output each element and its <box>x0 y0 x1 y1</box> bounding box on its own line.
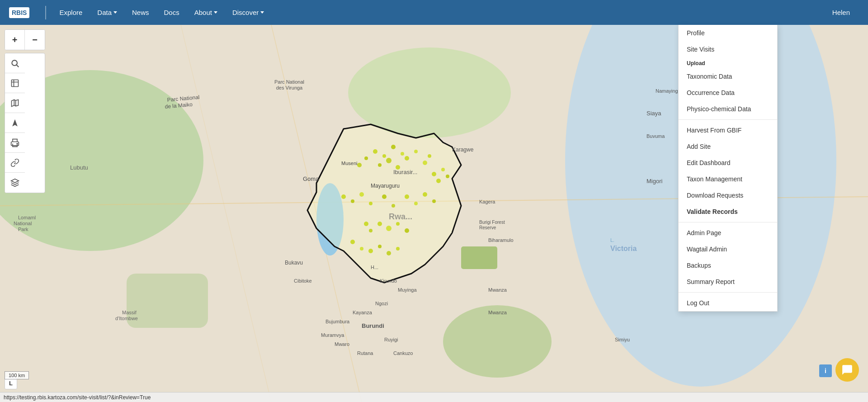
svg-point-46 <box>441 168 445 171</box>
info-button[interactable]: i <box>819 364 832 377</box>
svg-text:Cibitoke: Cibitoke <box>294 278 312 284</box>
menu-taxon-management[interactable]: Taxon Management <box>679 171 777 187</box>
svg-point-20 <box>357 163 362 167</box>
svg-text:Namayingo: Namayingo <box>656 88 681 94</box>
svg-point-32 <box>432 199 436 203</box>
svg-text:Goma: Goma <box>303 175 319 182</box>
svg-text:Bukavu: Bukavu <box>285 260 303 266</box>
svg-point-41 <box>368 249 373 253</box>
svg-point-21 <box>428 154 431 158</box>
svg-point-15 <box>378 163 382 167</box>
svg-point-24 <box>351 199 354 203</box>
svg-text:Kirundo: Kirundo <box>380 278 397 284</box>
svg-point-22 <box>423 161 427 165</box>
svg-text:Karagwe: Karagwe <box>452 147 474 153</box>
svg-text:Lubutu: Lubutu <box>70 164 88 171</box>
menu-admin-page[interactable]: Admin Page <box>679 225 777 241</box>
svg-text:Parc National: Parc National <box>274 79 304 85</box>
divider-1 <box>679 119 777 120</box>
nav-explore[interactable]: Explore <box>53 5 89 20</box>
svg-text:Mwanza: Mwanza <box>488 287 507 293</box>
menu-download-requests[interactable]: Download Requests <box>679 187 777 203</box>
search-tool-button[interactable] <box>5 53 25 73</box>
chat-icon <box>841 364 853 376</box>
user-dropdown: Profile Site Visits Upload Taxonomic Dat… <box>678 25 778 312</box>
svg-text:Victoria: Victoria <box>610 245 637 252</box>
svg-point-10 <box>373 149 377 154</box>
menu-occurrence-data[interactable]: Occurrence Data <box>679 85 777 101</box>
svg-text:Rwa...: Rwa... <box>389 212 412 221</box>
zoom-in-button[interactable]: + <box>5 30 25 50</box>
svg-text:Kagera: Kagera <box>479 199 495 204</box>
frame-tool-button[interactable] <box>5 73 25 93</box>
svg-point-19 <box>364 156 368 160</box>
svg-text:Park: Park <box>18 227 28 232</box>
map-view-button[interactable] <box>5 93 25 113</box>
nav-data[interactable]: Data <box>91 5 123 20</box>
svg-text:Burigi Forest: Burigi Forest <box>479 220 505 225</box>
svg-point-4 <box>443 305 552 378</box>
scale-bar: 100 km <box>5 371 29 379</box>
svg-text:Muramvya: Muramvya <box>321 332 344 338</box>
svg-point-44 <box>396 247 400 251</box>
svg-text:Biharamulo: Biharamulo <box>488 237 514 243</box>
svg-point-23 <box>341 194 346 199</box>
svg-text:National: National <box>14 221 32 226</box>
menu-edit-dashboard[interactable]: Edit Dashboard <box>679 155 777 171</box>
menu-profile[interactable]: Profile <box>679 25 777 41</box>
svg-point-28 <box>392 204 395 208</box>
svg-rect-5 <box>127 274 208 328</box>
svg-point-33 <box>377 222 382 226</box>
nav-right: Helen <box>826 5 859 20</box>
brand-logo[interactable]: RBIS <box>9 7 29 18</box>
url-bar: https://testing.rbis.kartoza.com/site-vi… <box>0 392 868 402</box>
user-menu[interactable]: Helen <box>826 5 859 20</box>
menu-harvest-gbif[interactable]: Harvest From GBIF <box>679 122 777 138</box>
svg-text:Museni: Museni <box>341 161 357 166</box>
nav-about[interactable]: About <box>188 5 224 20</box>
nav-discover[interactable]: Discover <box>226 5 270 20</box>
svg-point-43 <box>387 251 391 255</box>
svg-text:H...: H... <box>371 265 378 270</box>
username: Helen <box>832 9 850 16</box>
tools-group <box>5 53 45 193</box>
navbar: RBIS Explore Data News Docs About Discov… <box>0 0 868 25</box>
svg-text:Rutana: Rutana <box>357 350 373 356</box>
svg-rect-95 <box>12 80 19 86</box>
nav-docs[interactable]: Docs <box>158 5 186 20</box>
svg-point-40 <box>360 247 363 251</box>
svg-point-101 <box>17 143 18 144</box>
svg-point-93 <box>12 60 17 66</box>
chat-button[interactable] <box>835 358 859 382</box>
menu-wagtail-admin[interactable]: Wagtail Admin <box>679 241 777 257</box>
print-button[interactable] <box>5 133 25 153</box>
discover-caret <box>260 11 264 14</box>
nav-news[interactable]: News <box>126 5 156 20</box>
navigate-button[interactable] <box>5 113 25 133</box>
svg-rect-49 <box>461 246 497 269</box>
brand-logo-area[interactable]: RBIS <box>9 7 29 18</box>
zoom-group: + − <box>5 29 45 50</box>
menu-add-site[interactable]: Add Site <box>679 138 777 155</box>
svg-text:Migori: Migori <box>646 178 663 184</box>
menu-summary-report[interactable]: Summary Report <box>679 274 777 290</box>
menu-physico-chemical[interactable]: Physico-chemical Data <box>679 101 777 117</box>
menu-backups[interactable]: Backups <box>679 257 777 274</box>
svg-point-29 <box>405 194 409 199</box>
svg-text:Mwaro: Mwaro <box>335 341 349 347</box>
svg-text:Reserve: Reserve <box>479 225 496 230</box>
zoom-out-button[interactable]: − <box>25 30 45 50</box>
svg-point-47 <box>436 179 441 183</box>
svg-point-17 <box>414 150 418 153</box>
svg-point-36 <box>405 228 409 233</box>
layers-button[interactable] <box>5 173 25 193</box>
svg-point-11 <box>382 154 386 158</box>
menu-taxonomic-data[interactable]: Taxonomic Data <box>679 68 777 85</box>
link-button[interactable] <box>5 153 25 173</box>
menu-validate-records[interactable]: Validate Records <box>679 203 777 220</box>
svg-point-39 <box>350 240 355 244</box>
menu-site-visits[interactable]: Site Visits <box>679 41 777 57</box>
svg-line-94 <box>17 65 19 67</box>
url-text: https://testing.rbis.kartoza.com/site-vi… <box>4 394 151 401</box>
menu-log-out[interactable]: Log Out <box>679 295 777 311</box>
